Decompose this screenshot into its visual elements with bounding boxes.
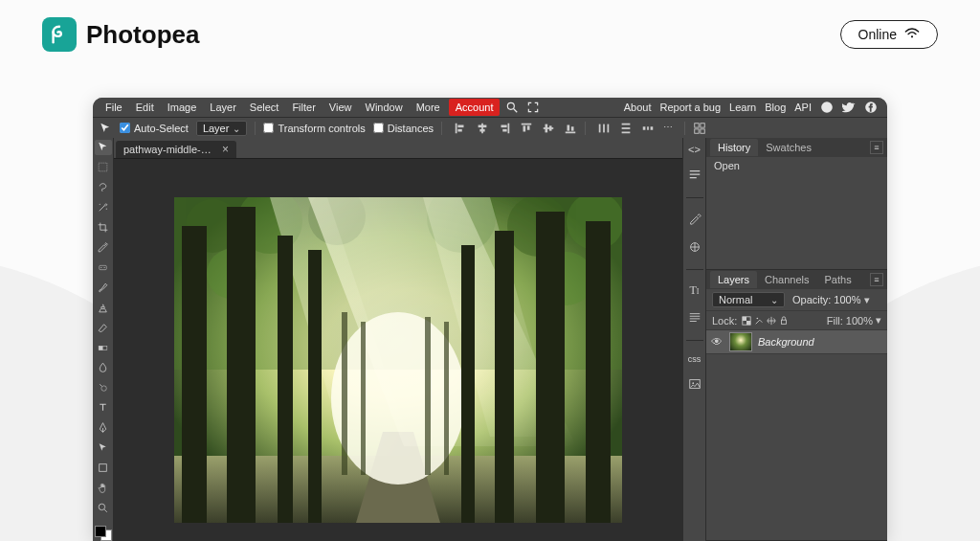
svg-rect-43 <box>99 346 102 349</box>
opacity-value[interactable]: 100% <box>834 294 860 305</box>
distribute-icons-group: ⋯ <box>597 122 677 135</box>
fill-value[interactable]: 100% <box>846 315 873 327</box>
svg-rect-36 <box>99 164 107 172</box>
collapsed-adjust-panel-icon[interactable] <box>687 240 702 256</box>
opacity-slider-icon[interactable]: ▾ <box>864 294 870 306</box>
fill-slider-icon[interactable]: ▾ <box>876 314 881 327</box>
lock-transparent-icon[interactable] <box>742 316 751 326</box>
eyedropper-tool[interactable] <box>95 240 112 256</box>
menu-account[interactable]: Account <box>449 99 501 116</box>
collapsed-image-panel-icon[interactable] <box>687 377 702 393</box>
tab-swatches[interactable]: Swatches <box>758 139 819 156</box>
document-tab[interactable]: pathway-middle-gre... × <box>116 141 236 158</box>
align-bottom-icon[interactable] <box>564 122 577 135</box>
svg-point-40 <box>100 267 101 268</box>
fullscreen-icon[interactable] <box>526 101 540 114</box>
type-tool[interactable] <box>95 400 112 416</box>
distances-input[interactable] <box>373 123 384 133</box>
clone-tool[interactable] <box>95 300 112 315</box>
distribute-v-icon[interactable] <box>619 122 633 135</box>
collapsed-paragraph2-panel-icon[interactable] <box>687 311 702 327</box>
collapsed-css-panel-icon[interactable]: css <box>687 354 702 364</box>
gradient-tool[interactable] <box>95 340 112 355</box>
transform-controls-checkbox[interactable]: Transform controls <box>263 123 365 134</box>
path-select-tool[interactable] <box>95 440 112 456</box>
tab-channels[interactable]: Channels <box>757 271 816 288</box>
hand-tool[interactable] <box>95 480 112 495</box>
foreground-color[interactable] <box>95 526 106 537</box>
lock-all-icon[interactable] <box>779 316 789 326</box>
canvas[interactable] <box>174 197 622 523</box>
pen-tool[interactable] <box>95 420 112 436</box>
transform-controls-input[interactable] <box>263 123 274 133</box>
layer-name[interactable]: Background <box>758 336 814 348</box>
blend-mode-dropdown[interactable]: Normal <box>712 292 785 307</box>
close-icon[interactable]: × <box>222 144 229 155</box>
distribute-h-icon[interactable] <box>597 122 611 135</box>
menu-edit[interactable]: Edit <box>129 99 161 116</box>
menu-filter[interactable]: Filter <box>285 99 322 116</box>
menu-view[interactable]: View <box>323 99 359 116</box>
menu-more[interactable]: More <box>410 99 447 116</box>
layer-thumbnail[interactable] <box>729 332 752 351</box>
auto-select-input[interactable] <box>120 123 130 133</box>
svg-rect-73 <box>425 317 431 475</box>
collapsed-brush-panel-icon[interactable] <box>687 212 702 227</box>
menu-file[interactable]: File <box>99 99 129 116</box>
menu-window[interactable]: Window <box>359 99 410 116</box>
align-right-icon[interactable] <box>498 122 511 135</box>
link-learn[interactable]: Learn <box>729 101 756 113</box>
collapsed-paragraph-panel-icon[interactable] <box>687 169 702 184</box>
link-report-bug[interactable]: Report a bug <box>659 101 721 113</box>
panel-menu-icon[interactable]: ≡ <box>870 273 883 286</box>
distribute-spacing-icon[interactable] <box>641 122 655 135</box>
link-blog[interactable]: Blog <box>765 101 786 113</box>
lasso-tool[interactable] <box>95 180 112 195</box>
layer-row[interactable]: 👁 Background <box>706 330 887 354</box>
link-api[interactable]: API <box>794 101 812 113</box>
shape-tool[interactable] <box>95 461 112 476</box>
tab-paths[interactable]: Paths <box>817 271 859 288</box>
collapsed-code-panel-icon[interactable]: <> <box>687 144 702 155</box>
more-align-icon[interactable]: ⋯ <box>663 122 677 135</box>
auto-select-checkbox[interactable]: Auto-Select <box>120 123 189 134</box>
tab-history[interactable]: History <box>710 139 758 156</box>
menu-layer[interactable]: Layer <box>203 99 243 116</box>
color-swatches[interactable] <box>95 526 112 541</box>
search-icon[interactable] <box>505 101 519 114</box>
blur-tool[interactable] <box>95 360 112 375</box>
eraser-tool[interactable] <box>95 320 112 335</box>
heal-tool[interactable] <box>95 259 112 275</box>
brush-tool[interactable] <box>95 280 112 295</box>
history-item-open[interactable]: Open <box>706 157 887 174</box>
align-top-icon[interactable] <box>520 122 533 135</box>
twitter-icon[interactable] <box>842 101 856 114</box>
zoom-tool[interactable] <box>95 500 112 515</box>
svg-point-44 <box>101 386 106 391</box>
auto-select-target-dropdown[interactable]: Layer <box>196 121 248 136</box>
grid-options-icon[interactable] <box>693 122 706 135</box>
link-about[interactable]: About <box>624 101 652 113</box>
panel-menu-icon[interactable]: ≡ <box>870 141 883 154</box>
svg-rect-12 <box>501 124 507 127</box>
dodge-tool[interactable] <box>95 380 112 395</box>
canvas-viewport[interactable] <box>114 159 682 541</box>
reddit-icon[interactable] <box>820 101 834 114</box>
magic-wand-tool[interactable] <box>95 200 112 215</box>
collapsed-character-panel-icon[interactable]: TI <box>687 283 702 298</box>
lock-move-icon[interactable] <box>767 316 776 326</box>
align-left-icon[interactable] <box>454 122 467 135</box>
distances-checkbox[interactable]: Distances <box>373 123 434 134</box>
align-vcenter-icon[interactable] <box>542 122 555 135</box>
menu-image[interactable]: Image <box>161 99 204 116</box>
layer-visibility-icon[interactable]: 👁 <box>710 335 724 349</box>
menu-select[interactable]: Select <box>243 99 286 116</box>
lock-image-icon[interactable] <box>754 316 764 326</box>
facebook-icon[interactable] <box>864 101 878 114</box>
move-tool[interactable] <box>95 140 112 155</box>
wifi-icon <box>904 27 920 42</box>
align-hcenter-icon[interactable] <box>476 122 489 135</box>
marquee-tool[interactable] <box>95 160 112 175</box>
tab-layers[interactable]: Layers <box>710 271 757 288</box>
crop-tool[interactable] <box>95 220 112 236</box>
